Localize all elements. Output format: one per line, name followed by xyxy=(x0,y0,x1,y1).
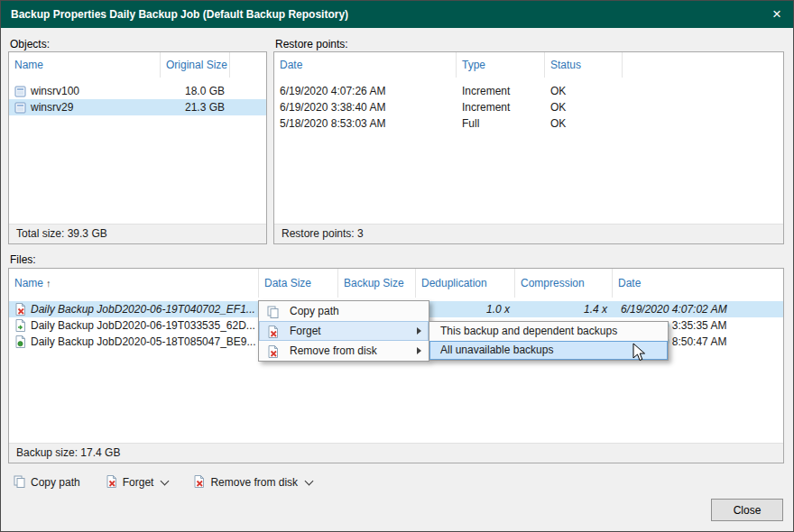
menu-item-label: Copy path xyxy=(290,305,339,317)
chevron-down-icon xyxy=(161,477,170,486)
restore-type-cell: Full xyxy=(457,115,545,132)
restore-table-body: 6/19/2020 4:07:26 AM Increment OK 6/19/2… xyxy=(274,78,783,132)
table-row[interactable]: 6/19/2020 4:07:26 AM Increment OK xyxy=(274,83,783,99)
menu-item-remove-from-disk[interactable]: Remove from disk xyxy=(259,341,429,361)
file-name-cell: Daily Backup JobD2020-06-19T040702_EF1..… xyxy=(9,301,259,317)
column-header-name-label: Name xyxy=(14,277,43,289)
file-name-cell: Daily Backup JobD2020-05-18T085047_BE9..… xyxy=(9,334,259,350)
vm-icon xyxy=(14,102,26,114)
file-compression-cell: 1.4 x xyxy=(515,301,613,317)
copy-path-button[interactable]: Copy path xyxy=(10,472,84,493)
unavailable-backup-file-icon xyxy=(14,303,26,316)
menu-item-label: Forget xyxy=(290,325,321,337)
menu-item-forget[interactable]: Forget xyxy=(259,321,429,341)
backup-properties-dialog: Backup Properties Daily Backup Job (Defa… xyxy=(0,0,794,532)
remove-from-disk-label: Remove from disk xyxy=(210,476,298,489)
object-name: winsrv29 xyxy=(31,99,73,115)
files-footer: Backup size: 17.4 GB xyxy=(9,443,783,463)
file-name-cell: Daily Backup JobD2020-06-19T033535_62D..… xyxy=(9,317,259,334)
chevron-down-icon xyxy=(305,477,314,486)
files-toolbar: Copy path Forget Remove from disk xyxy=(10,471,316,494)
object-size-cell: 21.3 GB xyxy=(161,99,230,115)
forget-label: Forget xyxy=(123,476,154,489)
mouse-cursor xyxy=(632,343,646,362)
close-button[interactable]: Close xyxy=(711,499,783,521)
file-name: Daily Backup JobD2020-06-19T033535_62D..… xyxy=(31,317,255,334)
restore-status-cell: OK xyxy=(545,83,623,99)
object-size-cell: 18.0 GB xyxy=(161,83,230,99)
forget-icon xyxy=(106,475,117,491)
restore-type-cell: Increment xyxy=(457,99,545,115)
objects-label: Objects: xyxy=(10,38,50,50)
column-header-status[interactable]: Status xyxy=(545,52,623,78)
restore-date-cell: 5/18/2020 8:53:03 AM xyxy=(274,115,457,132)
remove-from-disk-icon xyxy=(267,344,279,364)
copy-icon xyxy=(14,475,25,491)
restore-footer: Restore points: 3 xyxy=(274,224,783,243)
restore-type-cell: Increment xyxy=(457,83,545,99)
window-title: Backup Properties Daily Backup Job (Defa… xyxy=(11,8,348,21)
column-header-empty xyxy=(623,52,783,78)
object-name: winsrv100 xyxy=(31,83,79,99)
full-backup-file-icon xyxy=(14,335,26,348)
submenu-arrow-icon xyxy=(417,347,421,354)
restore-table-header: Date Type Status xyxy=(274,52,783,78)
table-row[interactable]: winsrv29 21.3 GB xyxy=(9,99,266,115)
table-row[interactable]: 5/18/2020 8:53:03 AM Full OK xyxy=(274,115,783,132)
column-header-name[interactable]: Name xyxy=(9,52,161,78)
restore-date-cell: 6/19/2020 3:38:40 AM xyxy=(274,99,457,115)
column-header-original-size[interactable]: Original Size xyxy=(161,52,230,78)
context-menu: Copy path Forget Remove from disk xyxy=(258,300,429,362)
restore-points-label: Restore points: xyxy=(275,38,348,50)
close-icon[interactable]: × xyxy=(772,4,781,25)
restore-date-cell: 6/19/2020 4:07:26 AM xyxy=(274,83,457,99)
column-header-date[interactable]: Date xyxy=(613,269,783,298)
object-name-cell: winsrv100 xyxy=(9,83,161,99)
menu-item-label: Remove from disk xyxy=(290,344,377,357)
objects-table-header: Name Original Size xyxy=(9,52,266,78)
objects-table-body: winsrv100 18.0 GB winsrv29 21.3 GB xyxy=(9,78,266,115)
sort-ascending-icon: ↑ xyxy=(46,278,51,289)
table-row[interactable]: 6/19/2020 3:38:40 AM Increment OK xyxy=(274,99,783,115)
table-row[interactable]: winsrv100 18.0 GB xyxy=(9,83,266,99)
column-header-backup-size[interactable]: Backup Size xyxy=(338,269,416,298)
file-date-cell: 6/19/2020 4:07:02 AM xyxy=(613,301,783,317)
column-header-compression[interactable]: Compression xyxy=(515,269,613,298)
column-header-empty xyxy=(230,52,266,78)
increment-backup-file-icon xyxy=(14,319,26,332)
submenu-arrow-icon xyxy=(417,327,421,335)
files-label: Files: xyxy=(10,253,36,266)
objects-footer: Total size: 39.3 GB xyxy=(9,224,266,243)
column-header-data-size[interactable]: Data Size xyxy=(259,269,338,298)
copy-path-label: Copy path xyxy=(31,476,80,489)
object-name-cell: winsrv29 xyxy=(9,99,161,115)
restore-status-cell: OK xyxy=(545,99,623,115)
column-header-date[interactable]: Date xyxy=(274,52,457,78)
objects-panel: Name Original Size winsrv100 18.0 GB win… xyxy=(8,51,267,244)
titlebar: Backup Properties Daily Backup Job (Defa… xyxy=(1,1,793,28)
file-name: Daily Backup JobD2020-06-19T040702_EF1..… xyxy=(31,301,255,317)
column-header-deduplication[interactable]: Deduplication xyxy=(416,269,515,298)
column-header-type[interactable]: Type xyxy=(457,52,545,78)
restore-status-cell: OK xyxy=(545,115,623,132)
file-dedup-cell: 1.0 x xyxy=(416,301,515,317)
remove-from-disk-icon xyxy=(193,475,205,491)
vm-icon xyxy=(14,86,26,97)
remove-from-disk-button[interactable]: Remove from disk xyxy=(189,472,316,493)
file-name: Daily Backup JobD2020-05-18T085047_BE9..… xyxy=(31,334,256,350)
restore-points-panel: Date Type Status 6/19/2020 4:07:26 AM In… xyxy=(273,51,784,244)
submenu-item-this-backup[interactable]: This backup and dependent backups xyxy=(429,322,668,341)
menu-item-copy-path[interactable]: Copy path xyxy=(259,301,429,321)
files-table-header: Name↑ Data Size Backup Size Deduplicatio… xyxy=(9,269,783,298)
column-header-name[interactable]: Name↑ xyxy=(9,269,259,298)
forget-button[interactable]: Forget xyxy=(102,472,172,493)
files-panel: Name↑ Data Size Backup Size Deduplicatio… xyxy=(8,268,784,463)
